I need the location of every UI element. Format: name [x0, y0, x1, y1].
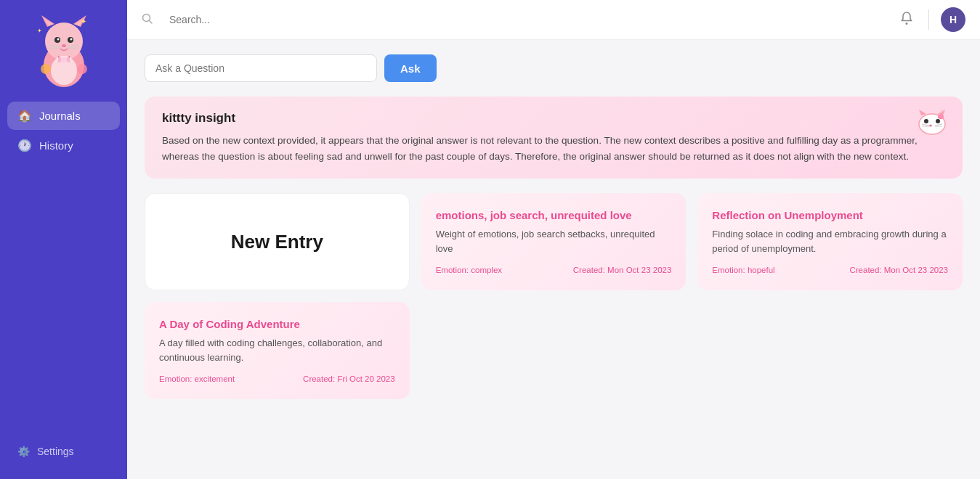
kitty-icon — [915, 107, 949, 142]
svg-text:✦: ✦ — [81, 17, 86, 25]
coding-adventure-title: A Day of Coding Adventure — [159, 318, 395, 330]
empty-card-2 — [421, 302, 687, 399]
new-entry-label: New Entry — [231, 231, 323, 253]
reflection-card[interactable]: Reflection on Unemployment Finding solac… — [697, 193, 963, 290]
svg-point-8 — [57, 38, 59, 41]
svg-point-9 — [70, 38, 72, 41]
sidebar-bottom: ⚙️ Settings — [0, 431, 127, 479]
coding-adventure-body: A day filled with coding challenges, col… — [159, 336, 395, 364]
new-entry-card[interactable]: New Entry — [145, 193, 410, 290]
logo-area: ✦ ✦ — [20, 7, 108, 94]
emotions-card-emotion: Emotion: complex — [436, 266, 502, 274]
notification-button[interactable] — [896, 8, 917, 32]
svg-text:✦: ✦ — [37, 28, 42, 34]
coding-adventure-emotion: Emotion: excitement — [159, 374, 235, 383]
emotions-card-footer: Emotion: complex Created: Mon Oct 23 202… — [436, 266, 672, 274]
emotions-card-created: Created: Mon Oct 23 2023 — [573, 266, 672, 274]
sidebar-nav: 🏠 Journals 🕐 History — [0, 102, 127, 431]
sidebar-item-journals-label: Journals — [39, 110, 81, 122]
sidebar-item-history-label: History — [39, 139, 73, 152]
coding-adventure-created: Created: Fri Oct 20 2023 — [303, 374, 395, 383]
reflection-card-footer: Emotion: hopeful Created: Mon Oct 23 202… — [712, 266, 948, 274]
logo-icon: ✦ ✦ — [24, 11, 104, 91]
bottom-grid: A Day of Coding Adventure A day filled w… — [145, 302, 963, 399]
reflection-card-created: Created: Mon Oct 23 2023 — [849, 266, 948, 274]
emotions-card-body: Weight of emotions, job search setbacks,… — [436, 227, 672, 255]
coding-adventure-card[interactable]: A Day of Coding Adventure A day filled w… — [145, 302, 410, 399]
svg-point-38 — [939, 115, 943, 118]
svg-point-18 — [51, 56, 77, 85]
svg-point-25 — [906, 22, 908, 25]
home-icon: 🏠 — [17, 109, 32, 123]
insight-title: kittty insight — [162, 111, 945, 126]
settings-icon: ⚙️ — [17, 446, 30, 457]
search-wrap — [142, 7, 889, 33]
main: H Ask kittty insight Based on the new co… — [127, 0, 980, 479]
svg-point-29 — [929, 125, 932, 127]
reflection-card-title: Reflection on Unemployment — [712, 209, 948, 221]
search-input[interactable] — [159, 7, 889, 33]
sidebar-item-journals[interactable]: 🏠 Journals — [7, 102, 120, 130]
topbar-divider — [928, 9, 929, 30]
svg-point-21 — [41, 64, 51, 74]
svg-point-10 — [62, 44, 66, 47]
sidebar-settings[interactable]: ⚙️ Settings — [7, 438, 120, 464]
settings-label: Settings — [37, 446, 74, 457]
insight-card: kittty insight Based on the new context … — [145, 97, 963, 179]
topbar-right: H — [896, 7, 965, 32]
svg-point-27 — [924, 119, 928, 123]
ask-bar: Ask — [145, 54, 963, 82]
reflection-card-body: Finding solace in coding and embracing g… — [712, 227, 948, 255]
svg-point-22 — [77, 64, 87, 74]
svg-point-1 — [45, 22, 83, 60]
ask-button[interactable]: Ask — [384, 54, 437, 82]
emotions-card[interactable]: emotions, job search, unrequited love We… — [421, 193, 687, 290]
empty-card-3 — [697, 302, 963, 399]
avatar[interactable]: H — [941, 7, 965, 32]
topbar: H — [127, 0, 980, 40]
ask-button-label: Ask — [400, 62, 421, 75]
svg-marker-34 — [919, 110, 926, 115]
search-icon — [142, 13, 153, 27]
sidebar-item-history[interactable]: 🕐 History — [7, 131, 120, 160]
content-area: Ask kittty insight Based on the new cont… — [127, 40, 980, 479]
svg-point-28 — [936, 119, 940, 123]
svg-line-24 — [150, 20, 153, 23]
history-icon: 🕐 — [17, 139, 32, 152]
cards-grid: New Entry emotions, job search, unrequit… — [145, 193, 963, 290]
coding-adventure-footer: Emotion: excitement Created: Fri Oct 20 … — [159, 374, 395, 383]
insight-body: Based on the new context provided, it ap… — [162, 133, 945, 164]
sidebar: ✦ ✦ 🏠 Journals 🕐 History ⚙️ Settings — [0, 0, 127, 479]
reflection-card-emotion: Emotion: hopeful — [712, 266, 774, 274]
emotions-card-title: emotions, job search, unrequited love — [436, 209, 672, 221]
ask-question-input[interactable] — [145, 54, 377, 82]
avatar-letter: H — [949, 14, 957, 25]
